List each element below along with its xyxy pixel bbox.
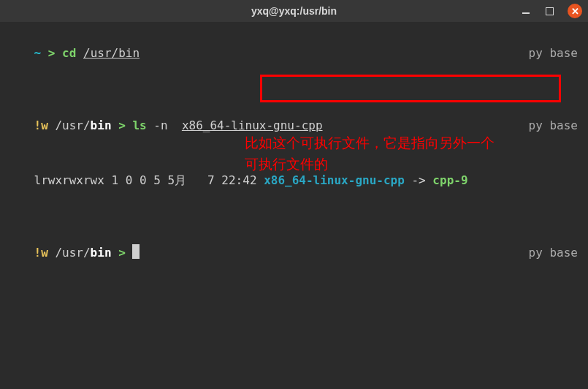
- ls-arg: x86_64-linux-gnu-cpp: [182, 118, 323, 132]
- cd-arg: /usr/bin: [83, 46, 140, 60]
- env-indicator: py base: [529, 117, 578, 135]
- env-indicator: py base: [529, 244, 578, 263]
- minimize-button[interactable]: [521, 6, 531, 16]
- command-cd: cd: [62, 46, 76, 60]
- prompt-shell: !w: [34, 118, 48, 132]
- symlink-arrow: ->: [411, 173, 425, 187]
- symlink-name: x86_64-linux-gnu-cpp: [264, 173, 405, 187]
- ls-perms: lrwxrwxrwx 1 0 0 5 5月 7 22:42: [34, 173, 257, 187]
- prompt-chevron: >: [118, 118, 126, 132]
- maximize-button[interactable]: [544, 6, 554, 16]
- prompt-line-1: ~ > cd /usr/binpy base: [6, 26, 582, 80]
- close-button[interactable]: ✕: [568, 4, 582, 18]
- titlebar: yxq@yxq:/usr/bin ✕: [0, 0, 588, 22]
- prompt-dir-bold: bin: [91, 118, 112, 132]
- symlink-target: cpp-9: [432, 173, 467, 187]
- prompt-dir: /usr/: [55, 118, 90, 132]
- prompt-line-3: !w /usr/bin > py base: [6, 226, 582, 280]
- terminal-body[interactable]: ~ > cd /usr/binpy base !w /usr/bin > ls …: [0, 22, 588, 389]
- prompt-shell: !w: [34, 246, 48, 260]
- window-controls: ✕: [521, 4, 582, 18]
- prompt-chevron: >: [48, 46, 56, 60]
- command-ls: ls: [132, 118, 146, 132]
- window-title: yxq@yxq:/usr/bin: [251, 5, 337, 17]
- prompt-dir-bold: bin: [91, 246, 112, 260]
- prompt-cwd: ~: [34, 46, 42, 60]
- ls-flag: -n: [153, 118, 167, 132]
- prompt-chevron: >: [118, 246, 126, 260]
- ls-output-line: lrwxrwxrwx 1 0 0 5 5月 7 22:42 x86_64-lin…: [6, 154, 582, 208]
- terminal-cursor: [132, 244, 140, 259]
- env-indicator: py base: [529, 45, 578, 63]
- prompt-dir: /usr/: [55, 246, 90, 260]
- prompt-line-2: !w /usr/bin > ls -n x86_64-linux-gnu-cpp…: [6, 99, 582, 153]
